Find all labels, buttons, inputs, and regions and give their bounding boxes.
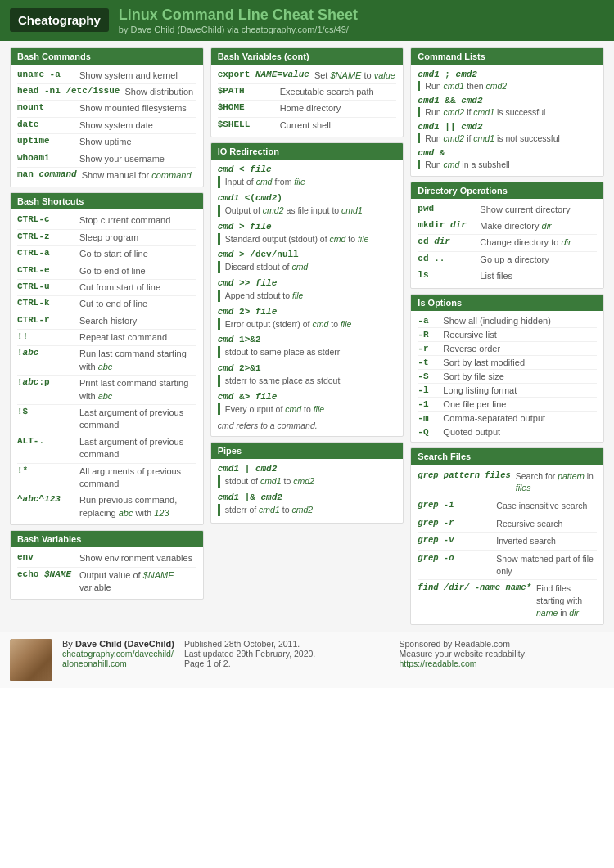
list-item: -R Recursive list — [418, 328, 597, 342]
cmd-desc: Go up a directory — [480, 254, 597, 266]
cmd-desc: Last argument of previous command — [79, 436, 196, 461]
list-item: grep -v Inverted search — [418, 533, 597, 551]
table-row: ^abc^123 Run previous command, replacing… — [17, 492, 196, 521]
bash-variables-body: env Show environment variables echo $NAM… — [11, 547, 203, 599]
cl-desc: Run cmd1 then cmd2 — [418, 81, 597, 91]
sf-cmd: find /dir/ -name name* — [418, 582, 531, 592]
cmd-key: uname -a — [17, 70, 74, 79]
sf-cmd: grep -r — [418, 518, 491, 528]
cmd-key: !abc:p — [17, 377, 74, 387]
cmd-desc: Output value of $NAME variable — [79, 569, 196, 595]
section-bash-variables: Bash Variables env Show environment vari… — [10, 530, 204, 600]
table-row: mount Show mounted filesystems — [17, 101, 196, 117]
io-desc: stdout to same place as stderr — [218, 346, 397, 358]
io-desc: Every output of cmd to file — [218, 403, 397, 416]
cmd-key: pwd — [418, 204, 475, 214]
table-row: ALT-. Last argument of previous command — [17, 434, 196, 464]
io-cmd: cmd > /dev/null — [218, 248, 397, 260]
cmd-key: !abc — [17, 348, 74, 358]
io-desc: Standard output (stdout) of cmd to file — [218, 233, 397, 245]
sf-cmd: grep -v — [418, 535, 491, 545]
cmd-key: cd .. — [418, 254, 475, 263]
list-item: -r Reverse order — [418, 342, 597, 356]
table-row: cd .. Go up a directory — [418, 252, 597, 268]
section-io-redirection: IO Redirection cmd < file Input of cmd f… — [210, 142, 404, 437]
footer-by-line: By Dave Child (DaveChild) — [62, 639, 174, 649]
table-row: !! Repeat last command — [17, 330, 196, 346]
ls-desc: Sort by last modified — [443, 358, 597, 367]
cmd-desc: Cut to end of line — [79, 298, 196, 310]
table-row: whoami Show your username — [17, 151, 196, 168]
list-item: grep -o Show matched part of file only — [418, 551, 597, 580]
main-content: Bash Commands uname -a Show system and k… — [0, 41, 614, 632]
io-redirection-body: cmd < file Input of cmd from file cmd1 <… — [211, 160, 404, 436]
table-row: $SHELL Current shell — [218, 118, 397, 133]
cmd-desc: Run last command starting with abc — [79, 348, 196, 373]
page-footer: By Dave Child (DaveChild) cheatography.c… — [0, 632, 614, 688]
footer-link-cheatography[interactable]: cheatography.com/davechild/ — [62, 649, 174, 659]
cmd-key: $SHELL — [218, 119, 275, 129]
table-row: CTRL-u Cut from start of line — [17, 280, 196, 296]
avatar-image — [10, 639, 52, 681]
cmd-desc: Stop current command — [79, 214, 196, 227]
bash-shortcuts-body: CTRL-c Stop current command CTRL-z Sleep… — [11, 209, 203, 524]
io-cmd: cmd < file — [218, 163, 397, 175]
io-cmd: cmd 2> file — [218, 305, 397, 317]
section-command-lists: Command Lists cmd1 ; cmd2 Run cmd1 then … — [410, 47, 604, 177]
list-item: -l Long listing format — [418, 384, 597, 398]
table-row: CTRL-e Go to end of line — [17, 263, 196, 280]
section-pipes: Pipes cmd1 | cmd2 stdout of cmd1 to cmd2… — [210, 442, 404, 523]
ls-flag: -Q — [418, 427, 438, 437]
io-cmd: cmd 1>&2 — [218, 333, 397, 345]
cmd-desc: Sleep program — [79, 232, 196, 244]
cmd-desc: Last argument of previous command — [79, 407, 196, 432]
cmd-key: cd dir — [418, 236, 475, 246]
table-row: env Show environment variables — [17, 551, 196, 567]
io-desc: Append stdout to file — [218, 290, 397, 302]
pipes-header: Pipes — [211, 443, 404, 459]
search-files-body: grep pattern files Search for pattern in… — [411, 465, 603, 625]
footer-link-aloneonahill[interactable]: aloneonahill.com — [62, 659, 127, 668]
column-2: Bash Variables (cont) export NAME=value … — [207, 47, 408, 626]
pipes-body: cmd1 | cmd2 stdout of cmd1 to cmd2 cmd1 … — [211, 459, 404, 522]
sf-desc: Inverted search — [496, 535, 597, 547]
cmd-key: echo $NAME — [17, 569, 74, 579]
io-desc: stdout of cmd1 to cmd2 — [218, 475, 397, 488]
cl-desc: Run cmd2 if cmd1 is not successful — [418, 133, 597, 143]
io-cmd: cmd >> file — [218, 277, 397, 289]
cmd-key: head -n1 /etc/issue — [17, 86, 120, 96]
cmd-key: mount — [17, 102, 74, 112]
footer-sponsor-desc: Measure your website readability! — [399, 649, 604, 659]
section-bash-shortcuts: Bash Shortcuts CTRL-c Stop current comma… — [10, 192, 204, 525]
bash-commands-body: uname -a Show system and kernel head -n1… — [11, 65, 203, 187]
cmd-desc: Show manual for command — [82, 169, 196, 182]
cmd-key: whoami — [17, 153, 74, 163]
footer-updated: Last updated 29th February, 2020. — [184, 649, 390, 659]
cmd-desc: Show distribution — [124, 86, 196, 98]
ls-options-body: -a Show all (including hidden) -R Recurs… — [411, 311, 603, 442]
page-title: Linux Command Line Cheat Sheet — [119, 7, 358, 25]
list-item: -m Comma-separated output — [418, 412, 597, 425]
cmd-key: CTRL-r — [17, 315, 74, 325]
cl-desc: Run cmd in a subshell — [418, 160, 597, 169]
cmd-desc: Print last command starting with abc — [79, 377, 196, 403]
command-lists-header: Command Lists — [411, 48, 603, 65]
ls-desc: Show all (including hidden) — [443, 316, 597, 326]
cmd-desc: All arguments of previous command — [79, 465, 196, 491]
page-header: Cheatography Linux Command Line Cheat Sh… — [0, 0, 614, 41]
logo: Cheatography — [10, 8, 109, 32]
bash-commands-header: Bash Commands — [11, 48, 203, 65]
footer-sponsor-link[interactable]: https://readable.com — [399, 659, 476, 668]
table-row: echo $NAME Output value of $NAME variabl… — [17, 568, 196, 596]
cmd-key: CTRL-c — [17, 214, 74, 224]
table-row: $PATH Executable search path — [218, 84, 397, 101]
table-row: $HOME Home directory — [218, 101, 397, 117]
footer-center-info: Published 28th October, 2011. Last updat… — [184, 639, 390, 668]
ls-desc: One file per line — [443, 399, 597, 409]
table-row: pwd Show current directory — [418, 202, 597, 218]
table-row: date Show system date — [17, 118, 196, 134]
footer-page: Page 1 of 2. — [184, 659, 390, 668]
ls-flag: -1 — [418, 399, 438, 409]
page-subtitle: by Dave Child (DaveChild) via cheatograp… — [119, 25, 358, 34]
sf-desc: Search for pattern in files — [516, 470, 597, 494]
